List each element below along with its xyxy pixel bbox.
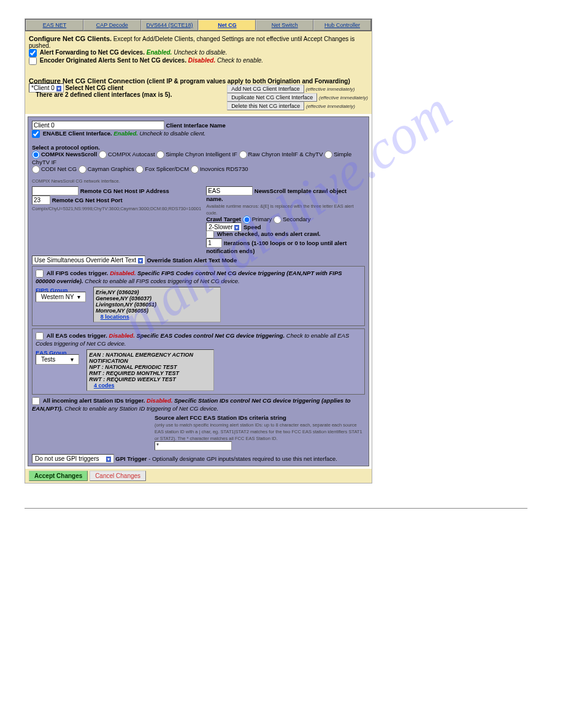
fips-group-select[interactable]: Western NY ▾ — [36, 292, 86, 302]
footer-panel: Accept Changes Cancel Changes — [25, 469, 372, 483]
alert-forwarding-checkbox[interactable] — [29, 49, 37, 57]
override-label: Override Station Alert Text Mode — [147, 257, 237, 264]
interface-name-label: Client Interface Name — [166, 122, 226, 129]
client-interface-panel: Client Interface Name ENABLE Client Inte… — [28, 116, 369, 466]
eas-list: EAN : NATIONAL EMERGENCY ACTION NOTIFICA… — [86, 349, 214, 391]
proto-fox-radio[interactable] — [136, 165, 144, 173]
object-note: Available runtime macros: &[E] is replac… — [206, 203, 353, 216]
list-item: RMT : REQUIRED MONTHLY TEST — [89, 370, 179, 376]
duplicate-client-button[interactable]: Duplicate Net CG Client Interface — [227, 93, 317, 102]
eas-box: All EAS codes trigger. Disabled. Specifi… — [32, 328, 365, 395]
interface-name-input[interactable] — [32, 121, 164, 130]
proto-fox: Fox Splicer/DCM — [145, 165, 189, 172]
eas-count-link[interactable]: 4 codes — [94, 382, 115, 389]
fwd-state: Enabled. — [147, 49, 172, 56]
override-select[interactable]: Use Simultaneous Override Alert Text ▾ — [32, 256, 145, 265]
fwd-label: Alert Forwarding to Net CG devices. — [40, 49, 145, 56]
proto-compix-newsscroll-radio[interactable] — [32, 151, 40, 159]
conn-subtitle: (client IP & program values apply to bot… — [147, 78, 350, 85]
network-note: COMPIX NewsScroll CG network interface. — [32, 178, 365, 184]
proto-cayman: Cayman Graphics — [88, 165, 134, 172]
proto-simple-chyron-radio[interactable] — [156, 151, 164, 159]
configure-clients-panel: Configure Net CG Clients. Except for Add… — [25, 31, 372, 69]
iterations-input[interactable] — [206, 238, 222, 248]
source-label: Source alert FCC EAS Station IDs criteri… — [155, 414, 286, 421]
tab-net-switch[interactable]: Net Switch — [256, 20, 313, 31]
list-item: Monroe,NY (036055) — [96, 308, 148, 314]
host-port-label: Remote CG Net Host Port — [52, 197, 123, 203]
delete-client-button[interactable]: Delete this Net CG interface — [227, 102, 304, 110]
object-name-input[interactable] — [206, 186, 253, 195]
fips-all-checkbox[interactable] — [36, 270, 44, 278]
fips-count-link[interactable]: 8 locations — [101, 314, 129, 320]
accept-changes-button[interactable]: Accept Changes — [29, 471, 88, 481]
section-title: Configure Net CG Clients. — [29, 35, 112, 42]
source-input[interactable] — [155, 441, 232, 450]
chevron-down-icon: ▾ — [138, 258, 143, 264]
host-ip-input[interactable] — [32, 186, 79, 195]
enable-label: ENABLE Client Interface. — [43, 130, 112, 137]
tab-cap-decode[interactable]: CAP Decode — [83, 20, 141, 31]
encoder-alerts-checkbox[interactable] — [29, 57, 37, 65]
enable-interface-checkbox[interactable] — [32, 130, 40, 138]
eff-note-2: (effective immediately) — [319, 95, 368, 100]
fips-box: All FIPS codes trigger. Disabled. Specif… — [32, 266, 365, 326]
autoend-checkbox[interactable] — [206, 230, 214, 238]
eas-state: Disabled. — [109, 332, 135, 339]
proto-simple-chyron: Simple Chyron Intelligent IF — [166, 151, 237, 157]
tab-bar: EAS NET CAP Decode DVS644 (SCTE18) Net C… — [25, 19, 372, 31]
list-item: EAN : NATIONAL EMERGENCY ACTION NOTIFICA… — [89, 352, 193, 364]
add-client-button[interactable]: Add Net CG Client Interface — [227, 85, 304, 93]
host-ip-label: Remote CG Net Host IP Address — [80, 188, 169, 194]
speed-label: Speed — [243, 224, 261, 230]
tab-dvs644[interactable]: DVS644 (SCTE18) — [141, 20, 199, 31]
iterations-label: Iterations (1-100 loops or 0 to loop unt… — [206, 240, 347, 254]
source-note: (only use to match specific incoming ale… — [155, 422, 362, 441]
list-item: Erie,NY (036029) — [96, 289, 139, 295]
station-section: All incoming alert Station IDs trigger. … — [32, 397, 365, 450]
tab-eas-net[interactable]: EAS NET — [26, 20, 83, 31]
secondary-radio[interactable] — [274, 216, 282, 224]
eas-group-select[interactable]: Tests ▾ — [36, 354, 79, 365]
tab-hub-controller[interactable]: Hub Controller — [313, 20, 371, 31]
list-item: Livingston,NY (036051) — [96, 301, 156, 308]
proto-compix-autocast: COMPIX Autocast — [108, 151, 155, 157]
crawl-target-label: Crawl Target — [206, 216, 241, 222]
proto-inovonics-radio[interactable] — [191, 165, 199, 173]
proto-codi: CODI Net CG — [41, 165, 77, 172]
station-hint: Check to enable any Station ID triggerin… — [64, 405, 218, 412]
primary-radio[interactable] — [243, 216, 251, 224]
configure-connection-panel: Configure Net CG Client Connection (clie… — [25, 69, 372, 114]
proto-raw-chyron-radio[interactable] — [239, 151, 247, 159]
station-all-checkbox[interactable] — [32, 397, 40, 405]
proto-simple-chytv-radio[interactable] — [324, 151, 332, 159]
client-count: There are 2 defined client interfaces (m… — [36, 91, 172, 98]
secondary-label: Secondary — [283, 216, 310, 222]
eas-line: All EAS codes trigger. — [47, 332, 107, 339]
proto-heading: Select a protocol option. — [32, 144, 100, 151]
chevron-down-icon: ▾ — [106, 457, 111, 462]
enc-state: Disabled. — [188, 57, 215, 64]
proto-codi-radio[interactable] — [32, 165, 40, 173]
fwd-hint: Uncheck to disable. — [174, 49, 227, 56]
app-window: EAS NET CAP Decode DVS644 (SCTE18) Net C… — [25, 18, 372, 483]
cancel-changes-button[interactable]: Cancel Changes — [90, 471, 146, 481]
enable-state: Enabled. — [113, 130, 138, 137]
eas-all-checkbox[interactable] — [36, 332, 44, 340]
chevron-down-icon: ▾ — [56, 86, 61, 91]
host-port-input[interactable] — [32, 195, 50, 205]
proto-compix-autocast-radio[interactable] — [99, 151, 107, 159]
enc-hint: Check to enable. — [217, 57, 263, 64]
client-select-label: Select Net CG client — [65, 85, 123, 91]
primary-label: Primary — [252, 216, 272, 222]
eff-note-3: (effective immediately) — [306, 104, 355, 109]
tab-net-cg[interactable]: Net CG — [198, 20, 256, 31]
enable-hint: Uncheck to disable client. — [139, 130, 205, 137]
proto-inovonics: Inovonics RDS730 — [200, 165, 248, 172]
proto-cayman-radio[interactable] — [79, 165, 86, 173]
eff-note-1: (effective immediately) — [305, 86, 354, 92]
list-item: RWT : REQUIRED WEEKLY TEST — [89, 376, 176, 382]
gpi-select[interactable]: Do not use GPI triggers ▾ — [32, 454, 114, 463]
page-divider — [25, 508, 527, 509]
station-line: All incoming alert Station IDs trigger. — [43, 397, 145, 404]
